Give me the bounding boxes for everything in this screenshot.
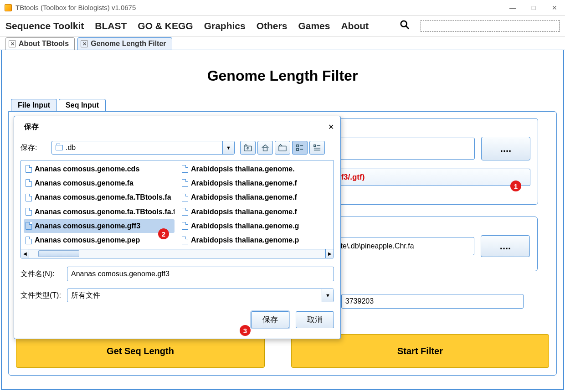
sub-tabs: File Input Seq Input <box>11 99 557 111</box>
chevron-down-icon[interactable]: ▼ <box>322 289 334 302</box>
detail-view-button[interactable] <box>309 141 325 155</box>
file-icon <box>182 237 188 244</box>
dialog-close-button[interactable]: ✕ <box>328 123 334 131</box>
file-icon <box>26 222 32 230</box>
file-item-label: Arabidopsis thaliana.genome.f <box>191 193 297 201</box>
tab-genome-length-filter[interactable]: ✕ Genome Length Filter <box>77 37 172 50</box>
tab-label: About TBtools <box>19 40 69 48</box>
window-close-button[interactable]: ✕ <box>544 0 565 15</box>
file-item-label: Arabidopsis thaliana.genome.p <box>191 236 299 244</box>
dialog-cancel-button[interactable]: 取消 <box>296 311 334 328</box>
annotation-browse-button[interactable]: .... <box>481 137 530 160</box>
tab-close-icon[interactable]: ✕ <box>9 40 16 47</box>
horizontal-scrollbar[interactable]: ◀ ▶ <box>21 249 334 258</box>
search-input-placeholder[interactable] <box>421 20 560 32</box>
file-icon <box>182 194 188 201</box>
subtab-file-input[interactable]: File Input <box>11 99 57 111</box>
file-item-label: Arabidopsis thaliana.genome. <box>191 165 295 173</box>
menu-games[interactable]: Games <box>298 21 330 31</box>
menu-others[interactable]: Others <box>257 21 288 31</box>
menu-bar: Sequence Toolkit BLAST GO & KEGG Graphic… <box>0 15 565 36</box>
start-filter-button[interactable]: Start Filter <box>291 334 549 368</box>
window-maximize-button[interactable]: □ <box>523 0 544 15</box>
file-item[interactable]: Ananas comosus.genome.cds <box>24 162 175 175</box>
home-button[interactable] <box>257 141 273 155</box>
length-row: th: <box>328 294 524 309</box>
file-item-label: Arabidopsis thaliana.genome.g <box>191 222 299 230</box>
file-item[interactable]: Ananas comosus.genome.pep <box>24 234 175 247</box>
list-view-button[interactable] <box>292 141 308 155</box>
save-in-combo[interactable]: .db ▼ <box>51 141 235 155</box>
scroll-right-icon[interactable]: ▶ <box>325 249 334 258</box>
file-item[interactable]: Arabidopsis thaliana.genome.f <box>180 205 331 218</box>
menu-blast[interactable]: BLAST <box>95 21 127 31</box>
search-icon[interactable] <box>400 20 410 32</box>
new-folder-button[interactable] <box>275 141 290 155</box>
file-item[interactable]: Ananas comosus.genome.fa.TBtools.fa <box>24 191 175 204</box>
file-item-label: Ananas comosus.genome.cds <box>35 165 139 173</box>
svg-line-1 <box>406 26 409 28</box>
file-icon <box>26 165 32 173</box>
file-item[interactable]: Arabidopsis thaliana.genome.p <box>180 234 331 247</box>
scroll-thumb[interactable] <box>38 250 79 257</box>
subtab-seq-input[interactable]: Seq Input <box>59 99 106 111</box>
dialog-title-text: 保存 <box>24 122 324 132</box>
file-item-label: Ananas comosus.genome.fa.TBtools.fa <box>35 193 171 201</box>
file-item-label: Arabidopsis thaliana.genome.f <box>191 179 297 187</box>
badge-2: 2 <box>158 228 169 239</box>
file-icon <box>26 208 32 216</box>
file-item[interactable]: Arabidopsis thaliana.genome.f <box>180 176 331 190</box>
file-item[interactable]: Ananas comosus.genome.gff3 <box>24 219 175 232</box>
file-item[interactable]: Arabidopsis thaliana.genome.f <box>180 191 331 204</box>
up-folder-button[interactable] <box>240 141 256 155</box>
file-icon <box>182 179 188 187</box>
file-item-label: Ananas comosus.genome.pep <box>35 236 140 244</box>
save-dialog: 保存 ✕ 保存: .db ▼ Ananas comosus.genome.cds… <box>14 116 341 339</box>
chevron-down-icon[interactable]: ▼ <box>222 141 234 154</box>
folder-icon <box>56 145 63 150</box>
svg-rect-9 <box>314 145 316 147</box>
file-item-label: Arabidopsis thaliana.genome.f <box>191 208 297 216</box>
window-title: TBtools (Toolbox for Biologists) v1.0675 <box>15 4 502 11</box>
filename-label: 文件名(N): <box>21 269 62 279</box>
menu-graphics[interactable]: Graphics <box>204 21 246 31</box>
file-icon <box>26 179 32 187</box>
save-in-value: .db <box>66 144 76 152</box>
menu-about[interactable]: About <box>341 21 369 31</box>
scroll-track[interactable] <box>29 249 325 258</box>
file-item[interactable]: Arabidopsis thaliana.genome.g <box>180 219 331 232</box>
menu-go-kegg[interactable]: GO & KEGG <box>138 21 193 31</box>
tab-label: Genome Length Filter <box>91 40 166 48</box>
file-item[interactable]: Ananas comosus.genome.fa <box>24 176 175 190</box>
svg-rect-4 <box>279 146 286 151</box>
menu-sequence-toolkit[interactable]: Sequence Toolkit <box>5 21 84 31</box>
file-icon <box>182 222 188 230</box>
svg-rect-5 <box>297 145 298 147</box>
file-list[interactable]: Ananas comosus.genome.cdsArabidopsis tha… <box>21 160 334 258</box>
get-seq-length-button[interactable]: Get Seq Length <box>16 334 265 368</box>
page-title: Genome Length Filter <box>8 67 557 84</box>
svg-rect-6 <box>297 149 298 150</box>
file-icon <box>26 237 32 244</box>
file-item-label: Ananas comosus.genome.gff3 <box>35 222 140 230</box>
app-icon <box>5 4 12 11</box>
filename-input[interactable] <box>67 267 334 281</box>
badge-3: 3 <box>240 325 251 336</box>
file-item-label: Ananas comosus.genome.fa.TBtools.fa.fai <box>35 208 175 216</box>
svg-rect-3 <box>263 148 267 151</box>
svg-point-0 <box>401 21 407 26</box>
tab-about-tbtools[interactable]: ✕ About TBtools <box>5 37 75 50</box>
tab-close-icon[interactable]: ✕ <box>81 40 88 47</box>
filetype-combo[interactable]: 所有文件 ▼ <box>67 289 334 302</box>
file-item[interactable]: Ananas comosus.genome.fa.TBtools.fa.fai <box>24 205 175 218</box>
file-icon <box>182 165 188 173</box>
fasta-browse-button[interactable]: .... <box>481 235 530 257</box>
file-item[interactable]: Arabidopsis thaliana.genome. <box>180 162 331 175</box>
filetype-value: 所有文件 <box>71 291 100 300</box>
dialog-save-button[interactable]: 保存 <box>251 311 289 328</box>
file-item-label: Ananas comosus.genome.fa <box>35 179 134 187</box>
scroll-left-icon[interactable]: ◀ <box>21 249 29 258</box>
window-titlebar: TBtools (Toolbox for Biologists) v1.0675… <box>0 0 565 15</box>
length-input[interactable] <box>341 294 524 309</box>
window-minimize-button[interactable]: — <box>502 0 523 15</box>
